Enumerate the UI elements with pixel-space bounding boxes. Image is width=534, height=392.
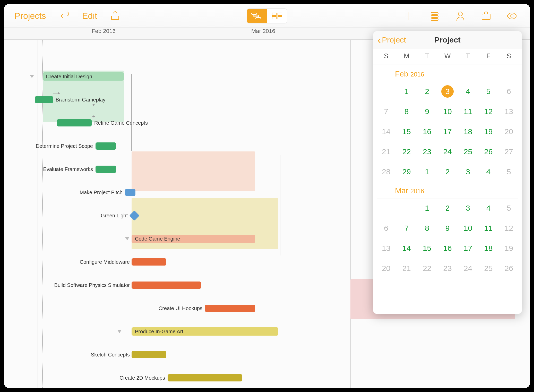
- calendar-day[interactable]: 25: [458, 146, 478, 158]
- calendar-day[interactable]: 17: [437, 125, 458, 138]
- calendar-day[interactable]: 7: [376, 105, 396, 118]
- task-label: Determine Project Scope: [36, 143, 93, 149]
- gantt-view-tab[interactable]: [247, 9, 267, 23]
- milestone[interactable]: [129, 210, 140, 221]
- calendar-day[interactable]: 2: [437, 166, 458, 178]
- calendar-day[interactable]: 23: [417, 146, 437, 158]
- calendar-day[interactable]: 6: [376, 222, 396, 234]
- task-bar[interactable]: [96, 166, 116, 173]
- view-segmented-control[interactable]: [247, 8, 287, 23]
- month-label: Mar 2016: [251, 28, 275, 35]
- stack-icon[interactable]: [429, 10, 440, 22]
- calendar-day[interactable]: 20: [499, 125, 519, 138]
- calendar-day[interactable]: 3: [441, 85, 454, 98]
- calendar-day[interactable]: 6: [499, 85, 519, 98]
- grid-view-tab[interactable]: [267, 9, 287, 23]
- calendar-day[interactable]: 14: [376, 125, 396, 138]
- task-bar[interactable]: [96, 142, 116, 150]
- task-label: Create UI Hookups: [159, 305, 202, 311]
- calendar-day[interactable]: 28: [376, 166, 396, 178]
- calendar-day[interactable]: 18: [478, 242, 498, 254]
- task-bar[interactable]: [132, 282, 201, 289]
- share-icon[interactable]: [109, 10, 121, 22]
- calendar-day[interactable]: 11: [458, 105, 478, 118]
- calendar-day[interactable]: 2: [417, 85, 437, 98]
- task-label: Sketch Concepts: [91, 352, 130, 357]
- task-bar[interactable]: [168, 374, 242, 381]
- calendar-day[interactable]: 22: [417, 262, 437, 275]
- calendar-popover: ‹ Project Project SMTWTFS Feb 2016 12345…: [373, 31, 522, 314]
- calendar-day[interactable]: 26: [499, 262, 519, 275]
- calendar-day[interactable]: 18: [458, 125, 478, 138]
- calendar-day[interactable]: 10: [458, 222, 478, 234]
- task-label: Create Initial Design: [46, 73, 92, 79]
- calendar-day[interactable]: 1: [396, 85, 417, 98]
- task-bar[interactable]: [205, 305, 255, 312]
- eye-icon[interactable]: [506, 10, 518, 22]
- calendar-day[interactable]: 27: [499, 146, 519, 158]
- calendar-day[interactable]: 24: [458, 262, 478, 275]
- calendar-day[interactable]: 7: [396, 222, 417, 234]
- task-bar[interactable]: [132, 351, 166, 358]
- calendar-body[interactable]: Feb 2016 1234567891011121314151617181920…: [373, 64, 522, 312]
- undo-icon[interactable]: [58, 10, 70, 22]
- calendar-day[interactable]: 25: [478, 262, 498, 275]
- calendar-day[interactable]: 17: [458, 242, 478, 254]
- calendar-day[interactable]: 13: [499, 105, 519, 118]
- calendar-day[interactable]: 26: [478, 146, 498, 158]
- disclosure-icon[interactable]: [117, 330, 122, 333]
- calendar-day[interactable]: 11: [478, 222, 498, 234]
- calendar-day[interactable]: 5: [478, 85, 498, 98]
- calendar-day[interactable]: 29: [396, 166, 417, 178]
- calendar-day[interactable]: 16: [437, 242, 458, 254]
- calendar-day[interactable]: 12: [499, 222, 519, 234]
- calendar-day[interactable]: 1: [417, 202, 437, 214]
- add-icon[interactable]: [403, 10, 415, 22]
- calendar-day[interactable]: 15: [417, 242, 437, 254]
- disclosure-icon[interactable]: [125, 237, 129, 240]
- task-bar[interactable]: [57, 119, 92, 126]
- calendar-day[interactable]: 5: [499, 166, 519, 178]
- disclosure-icon[interactable]: [30, 75, 34, 78]
- calendar-day[interactable]: 24: [437, 146, 458, 158]
- popover-title: Project: [434, 36, 461, 44]
- calendar-day[interactable]: 15: [396, 125, 417, 138]
- calendar-day[interactable]: 21: [396, 262, 417, 275]
- task-bar[interactable]: [35, 96, 53, 103]
- svg-rect-0: [252, 13, 257, 14]
- edit-button[interactable]: Edit: [82, 11, 97, 21]
- calendar-day[interactable]: 19: [499, 242, 519, 254]
- calendar-day[interactable]: 9: [417, 105, 437, 118]
- projects-button[interactable]: Projects: [14, 11, 46, 21]
- calendar-day[interactable]: 3: [458, 166, 478, 178]
- calendar-day[interactable]: 3: [458, 202, 478, 214]
- calendar-day[interactable]: 4: [478, 202, 498, 214]
- calendar-day[interactable]: 16: [417, 125, 437, 138]
- calendar-day[interactable]: 8: [396, 105, 417, 118]
- calendar-day[interactable]: 5: [499, 202, 519, 214]
- month-header: Feb 2016: [373, 64, 522, 82]
- calendar-day[interactable]: 14: [396, 242, 417, 254]
- briefcase-icon[interactable]: [480, 10, 492, 22]
- calendar-day[interactable]: 13: [376, 242, 396, 254]
- calendar-day[interactable]: 20: [376, 262, 396, 275]
- calendar-day[interactable]: 12: [478, 105, 498, 118]
- calendar-day[interactable]: 23: [437, 262, 458, 275]
- calendar-day[interactable]: 4: [458, 85, 478, 98]
- task-bar[interactable]: [132, 258, 166, 266]
- calendar-day[interactable]: 9: [437, 222, 458, 234]
- calendar-day[interactable]: 19: [478, 125, 498, 138]
- calendar-day[interactable]: 8: [417, 222, 437, 234]
- person-icon[interactable]: [455, 10, 466, 22]
- calendar-day[interactable]: 22: [396, 146, 417, 158]
- calendar-day[interactable]: 2: [437, 202, 458, 214]
- task-bar[interactable]: [125, 189, 135, 196]
- calendar-day[interactable]: 4: [478, 166, 498, 178]
- calendar-day[interactable]: 1: [417, 166, 437, 178]
- svg-rect-2: [256, 18, 261, 19]
- calendar-day[interactable]: 21: [376, 146, 396, 158]
- calendar-day[interactable]: 10: [437, 105, 458, 118]
- svg-rect-8: [431, 15, 438, 18]
- task-label: Refine Game Concepts: [94, 120, 148, 126]
- back-button[interactable]: ‹ Project: [373, 35, 406, 45]
